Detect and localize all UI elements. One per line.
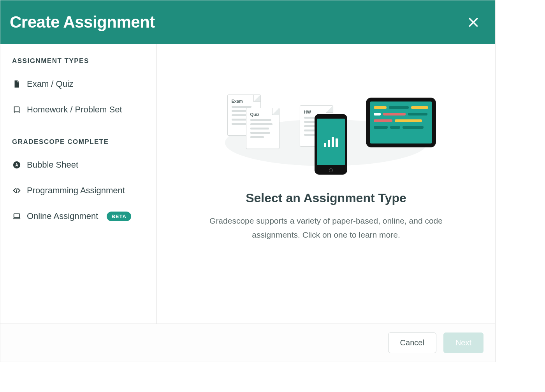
- sidebar-item-label: Exam / Quiz: [27, 79, 74, 89]
- sidebar-list-gradescope-complete: A Bubble Sheet Programming Assignment On…: [12, 156, 145, 225]
- file-icon: [12, 79, 21, 89]
- section-title-assignment-types: ASSIGNMENT TYPES: [12, 57, 145, 65]
- sidebar-item-bubble-sheet[interactable]: A Bubble Sheet: [12, 156, 145, 174]
- laptop-icon: [12, 212, 21, 221]
- illustration-tablet: [366, 98, 436, 147]
- next-button[interactable]: Next: [443, 332, 483, 353]
- svg-text:A: A: [15, 163, 18, 167]
- bubble-icon: A: [12, 160, 21, 170]
- sidebar-item-homework[interactable]: Homework / Problem Set: [12, 101, 145, 119]
- book-icon: [12, 105, 21, 114]
- bar-chart-icon: [324, 137, 338, 147]
- sidebar-item-programming[interactable]: Programming Assignment: [12, 182, 145, 200]
- modal-footer: Cancel Next: [0, 324, 495, 362]
- cancel-button[interactable]: Cancel: [388, 332, 436, 353]
- svg-rect-2: [14, 214, 20, 218]
- create-assignment-modal: Create Assignment ASSIGNMENT TYPES Exam …: [0, 0, 496, 362]
- main-description: Gradescope supports a variety of paper-b…: [202, 214, 451, 242]
- illustration: Exam Quiz HW: [209, 94, 443, 180]
- sidebar-item-exam-quiz[interactable]: Exam / Quiz: [12, 75, 145, 93]
- code-icon: [12, 186, 21, 195]
- sidebar-list-assignment-types: Exam / Quiz Homework / Problem Set: [12, 75, 145, 119]
- sidebar-item-label: Bubble Sheet: [27, 160, 78, 170]
- sidebar-item-label: Homework / Problem Set: [27, 105, 122, 115]
- modal-body: ASSIGNMENT TYPES Exam / Quiz Homework / …: [0, 44, 495, 324]
- beta-badge: BETA: [107, 212, 131, 221]
- modal-title: Create Assignment: [10, 13, 155, 32]
- close-icon: [466, 23, 480, 30]
- close-button[interactable]: [466, 14, 480, 30]
- sidebar-item-label: Programming Assignment: [27, 186, 125, 196]
- sidebar-item-label: Online Assignment: [27, 211, 98, 221]
- section-title-gradescope-complete: GRADESCOPE COMPLETE: [12, 138, 145, 146]
- sidebar: ASSIGNMENT TYPES Exam / Quiz Homework / …: [0, 44, 157, 324]
- illustration-phone: [315, 114, 347, 175]
- sidebar-item-online-assignment[interactable]: Online Assignment BETA: [12, 207, 145, 225]
- main-panel: Exam Quiz HW: [157, 44, 495, 324]
- illustration-doc-quiz: Quiz: [246, 108, 280, 149]
- modal-header: Create Assignment: [0, 0, 495, 44]
- main-heading: Select an Assignment Type: [246, 191, 406, 205]
